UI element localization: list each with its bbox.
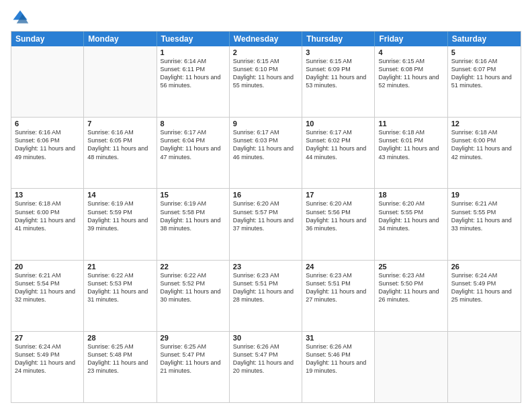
cell-info: Sunrise: 6:16 AM Sunset: 6:06 PM Dayligh… xyxy=(15,128,80,161)
day-number: 10 xyxy=(306,120,371,128)
cal-cell: 25Sunrise: 6:23 AM Sunset: 5:50 PM Dayli… xyxy=(375,261,447,331)
day-number: 17 xyxy=(306,191,371,199)
page: SundayMondayTuesdayWednesdayThursdayFrid… xyxy=(0,0,532,411)
day-number: 29 xyxy=(161,334,226,342)
day-number: 19 xyxy=(451,191,517,199)
cell-info: Sunrise: 6:22 AM Sunset: 5:53 PM Dayligh… xyxy=(87,271,152,304)
logo-icon xyxy=(11,8,30,27)
cal-row-4: 20Sunrise: 6:21 AM Sunset: 5:54 PM Dayli… xyxy=(11,260,521,331)
day-number: 24 xyxy=(306,263,371,271)
cal-cell: 23Sunrise: 6:23 AM Sunset: 5:51 PM Dayli… xyxy=(230,261,302,331)
cell-info: Sunrise: 6:15 AM Sunset: 6:08 PM Dayligh… xyxy=(378,57,443,90)
cell-info: Sunrise: 6:25 AM Sunset: 5:47 PM Dayligh… xyxy=(161,342,226,375)
day-number: 18 xyxy=(378,191,443,199)
cal-cell: 21Sunrise: 6:22 AM Sunset: 5:53 PM Dayli… xyxy=(84,261,157,331)
day-number: 23 xyxy=(233,263,298,271)
cal-header-wednesday: Wednesday xyxy=(230,32,302,46)
cell-info: Sunrise: 6:16 AM Sunset: 6:05 PM Dayligh… xyxy=(87,128,152,161)
cell-info: Sunrise: 6:17 AM Sunset: 6:03 PM Dayligh… xyxy=(233,128,298,161)
cal-cell: 11Sunrise: 6:18 AM Sunset: 6:01 PM Dayli… xyxy=(375,118,447,188)
day-number: 13 xyxy=(15,191,80,199)
cell-info: Sunrise: 6:26 AM Sunset: 5:47 PM Dayligh… xyxy=(233,342,298,375)
cell-info: Sunrise: 6:21 AM Sunset: 5:55 PM Dayligh… xyxy=(451,199,517,232)
day-number: 20 xyxy=(15,263,80,271)
logo xyxy=(11,8,32,27)
cell-info: Sunrise: 6:16 AM Sunset: 6:07 PM Dayligh… xyxy=(451,57,517,90)
cal-cell: 27Sunrise: 6:24 AM Sunset: 5:49 PM Dayli… xyxy=(11,332,84,402)
cal-header-monday: Monday xyxy=(84,32,157,46)
day-number: 21 xyxy=(87,263,152,271)
cal-header-tuesday: Tuesday xyxy=(157,32,230,46)
day-number: 16 xyxy=(233,191,298,199)
cal-cell: 28Sunrise: 6:25 AM Sunset: 5:48 PM Dayli… xyxy=(84,332,157,402)
day-number: 15 xyxy=(161,191,226,199)
cal-cell: 12Sunrise: 6:18 AM Sunset: 6:00 PM Dayli… xyxy=(448,118,521,188)
day-number: 3 xyxy=(306,48,371,56)
day-number: 25 xyxy=(378,263,443,271)
cal-cell: 5Sunrise: 6:16 AM Sunset: 6:07 PM Daylig… xyxy=(448,46,521,117)
day-number: 27 xyxy=(15,334,80,342)
day-number: 9 xyxy=(233,120,298,128)
day-number: 30 xyxy=(233,334,298,342)
cal-cell: 17Sunrise: 6:20 AM Sunset: 5:56 PM Dayli… xyxy=(302,189,375,259)
cal-cell: 19Sunrise: 6:21 AM Sunset: 5:55 PM Dayli… xyxy=(448,189,521,259)
cal-cell: 9Sunrise: 6:17 AM Sunset: 6:03 PM Daylig… xyxy=(230,118,302,188)
cell-info: Sunrise: 6:15 AM Sunset: 6:10 PM Dayligh… xyxy=(233,57,298,90)
cal-row-3: 13Sunrise: 6:18 AM Sunset: 6:00 PM Dayli… xyxy=(11,188,521,259)
cal-cell: 8Sunrise: 6:17 AM Sunset: 6:04 PM Daylig… xyxy=(157,118,230,188)
cell-info: Sunrise: 6:21 AM Sunset: 5:54 PM Dayligh… xyxy=(15,271,80,304)
day-number: 7 xyxy=(87,120,152,128)
cal-cell xyxy=(11,46,84,117)
day-number: 31 xyxy=(306,334,371,342)
cell-info: Sunrise: 6:18 AM Sunset: 6:00 PM Dayligh… xyxy=(451,128,517,161)
cal-cell xyxy=(84,46,157,117)
cal-cell: 10Sunrise: 6:17 AM Sunset: 6:02 PM Dayli… xyxy=(302,118,375,188)
cal-cell: 26Sunrise: 6:24 AM Sunset: 5:49 PM Dayli… xyxy=(448,261,521,331)
cal-cell xyxy=(448,332,521,402)
cell-info: Sunrise: 6:20 AM Sunset: 5:55 PM Dayligh… xyxy=(378,199,443,232)
cal-row-5: 27Sunrise: 6:24 AM Sunset: 5:49 PM Dayli… xyxy=(11,331,521,402)
cal-cell: 30Sunrise: 6:26 AM Sunset: 5:47 PM Dayli… xyxy=(230,332,302,402)
cal-cell: 14Sunrise: 6:19 AM Sunset: 5:59 PM Dayli… xyxy=(84,189,157,259)
cal-cell: 22Sunrise: 6:22 AM Sunset: 5:52 PM Dayli… xyxy=(157,261,230,331)
day-number: 6 xyxy=(15,120,80,128)
cal-cell: 2Sunrise: 6:15 AM Sunset: 6:10 PM Daylig… xyxy=(230,46,302,117)
cal-cell: 16Sunrise: 6:20 AM Sunset: 5:57 PM Dayli… xyxy=(230,189,302,259)
cal-cell: 6Sunrise: 6:16 AM Sunset: 6:06 PM Daylig… xyxy=(11,118,84,188)
cal-cell: 18Sunrise: 6:20 AM Sunset: 5:55 PM Dayli… xyxy=(375,189,447,259)
cell-info: Sunrise: 6:17 AM Sunset: 6:02 PM Dayligh… xyxy=(306,128,371,161)
cell-info: Sunrise: 6:14 AM Sunset: 6:11 PM Dayligh… xyxy=(161,57,226,90)
cal-cell: 20Sunrise: 6:21 AM Sunset: 5:54 PM Dayli… xyxy=(11,261,84,331)
calendar-header-row: SundayMondayTuesdayWednesdayThursdayFrid… xyxy=(11,32,521,46)
cal-row-2: 6Sunrise: 6:16 AM Sunset: 6:06 PM Daylig… xyxy=(11,117,521,188)
day-number: 1 xyxy=(161,48,226,56)
cell-info: Sunrise: 6:23 AM Sunset: 5:50 PM Dayligh… xyxy=(378,271,443,304)
cal-cell: 4Sunrise: 6:15 AM Sunset: 6:08 PM Daylig… xyxy=(375,46,447,117)
cell-info: Sunrise: 6:24 AM Sunset: 5:49 PM Dayligh… xyxy=(15,342,80,375)
cal-cell: 24Sunrise: 6:23 AM Sunset: 5:51 PM Dayli… xyxy=(302,261,375,331)
cal-cell: 7Sunrise: 6:16 AM Sunset: 6:05 PM Daylig… xyxy=(84,118,157,188)
cell-info: Sunrise: 6:18 AM Sunset: 6:00 PM Dayligh… xyxy=(15,199,80,232)
cal-header-saturday: Saturday xyxy=(448,32,521,46)
calendar: SundayMondayTuesdayWednesdayThursdayFrid… xyxy=(11,31,521,403)
cal-cell: 15Sunrise: 6:19 AM Sunset: 5:58 PM Dayli… xyxy=(157,189,230,259)
cell-info: Sunrise: 6:17 AM Sunset: 6:04 PM Dayligh… xyxy=(161,128,226,161)
day-number: 22 xyxy=(161,263,226,271)
cal-cell: 31Sunrise: 6:26 AM Sunset: 5:46 PM Dayli… xyxy=(302,332,375,402)
cell-info: Sunrise: 6:23 AM Sunset: 5:51 PM Dayligh… xyxy=(233,271,298,304)
day-number: 4 xyxy=(378,48,443,56)
cell-info: Sunrise: 6:19 AM Sunset: 5:59 PM Dayligh… xyxy=(87,199,152,232)
day-number: 26 xyxy=(451,263,517,271)
cell-info: Sunrise: 6:23 AM Sunset: 5:51 PM Dayligh… xyxy=(306,271,371,304)
cal-header-friday: Friday xyxy=(375,32,447,46)
cal-cell xyxy=(375,332,447,402)
cell-info: Sunrise: 6:15 AM Sunset: 6:09 PM Dayligh… xyxy=(306,57,371,90)
cell-info: Sunrise: 6:24 AM Sunset: 5:49 PM Dayligh… xyxy=(451,271,517,304)
day-number: 8 xyxy=(161,120,226,128)
cell-info: Sunrise: 6:20 AM Sunset: 5:56 PM Dayligh… xyxy=(306,199,371,232)
header xyxy=(11,8,521,27)
cal-header-sunday: Sunday xyxy=(11,32,84,46)
day-number: 14 xyxy=(87,191,152,199)
cal-row-1: 1Sunrise: 6:14 AM Sunset: 6:11 PM Daylig… xyxy=(11,46,521,117)
cell-info: Sunrise: 6:18 AM Sunset: 6:01 PM Dayligh… xyxy=(378,128,443,161)
